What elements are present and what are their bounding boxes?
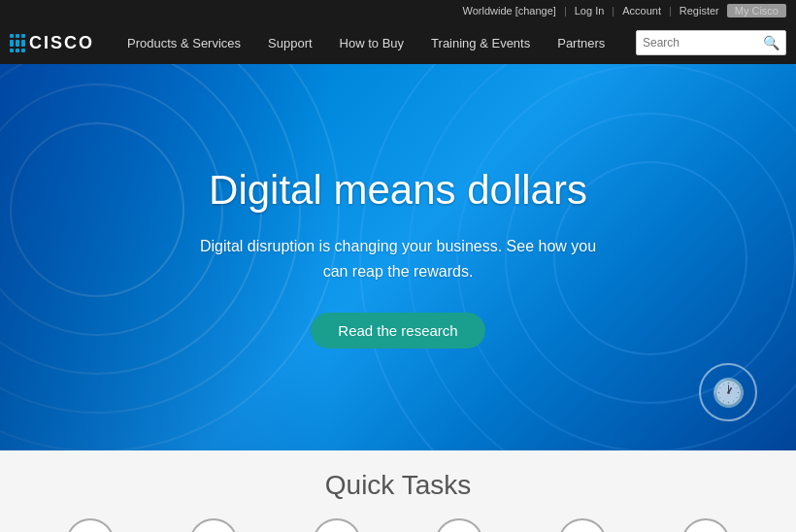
task-icon-chart: 📈 — [189, 518, 238, 532]
main-nav: CISCO Products & Services Support How to… — [0, 21, 796, 64]
nav-partners[interactable]: Partners — [544, 21, 618, 64]
hero-section: Digital means dollars Digital disruption… — [0, 64, 796, 450]
logo-bars-icon — [10, 34, 25, 52]
quick-task-1[interactable]: 📄 — [66, 518, 115, 532]
clock-icon: 🕐 — [699, 363, 757, 421]
separator-3: | — [669, 5, 672, 17]
hero-content: Digital means dollars Digital disruption… — [194, 166, 602, 349]
task-icon-download: ↓ — [435, 518, 483, 532]
quick-task-5[interactable]: 👤 — [558, 518, 607, 532]
nav-how-to-buy[interactable]: How to Buy — [326, 21, 417, 64]
worldwide-link[interactable]: Worldwide [change] — [462, 5, 555, 17]
separator-1: | — [564, 5, 567, 17]
task-icon-chat: 💬 — [681, 518, 730, 532]
quick-task-4[interactable]: ↓ — [435, 518, 483, 532]
task-icon-settings: ⚙️ — [313, 518, 361, 532]
read-research-button[interactable]: Read the research — [311, 313, 484, 349]
search-input[interactable] — [643, 36, 759, 50]
search-button[interactable]: 🔍 — [763, 35, 779, 50]
nav-products[interactable]: Products & Services — [114, 21, 254, 64]
register-link[interactable]: Register — [680, 5, 719, 17]
search-bar: 🔍 — [636, 30, 786, 55]
nav-training[interactable]: Training & Events — [417, 21, 544, 64]
my-cisco-button[interactable]: My Cisco — [727, 4, 786, 17]
quick-task-2[interactable]: 📈 — [189, 518, 238, 532]
separator-2: | — [612, 5, 614, 17]
nav-items: Products & Services Support How to Buy T… — [114, 21, 636, 64]
cisco-logo-text: CISCO — [29, 33, 94, 53]
hero-title: Digital means dollars — [194, 166, 602, 215]
task-icon-document: 📄 — [66, 518, 115, 532]
quick-tasks-section: Quick Tasks 📄 📈 ⚙️ ↓ 👤 💬 — [0, 450, 796, 532]
account-link[interactable]: Account — [622, 5, 661, 17]
utility-bar: Worldwide [change] | Log In | Account | … — [0, 0, 796, 21]
task-icon-user: 👤 — [558, 518, 607, 532]
nav-support[interactable]: Support — [254, 21, 326, 64]
login-link[interactable]: Log In — [575, 5, 605, 17]
cisco-logo[interactable]: CISCO — [10, 33, 94, 53]
hero-subtitle: Digital disruption is changing your busi… — [194, 234, 602, 283]
quick-task-3[interactable]: ⚙️ — [313, 518, 361, 532]
clock-symbol: 🕐 — [712, 377, 746, 409]
quick-tasks-icons: 📄 📈 ⚙️ ↓ 👤 💬 — [10, 518, 786, 532]
quick-task-6[interactable]: 💬 — [681, 518, 730, 532]
quick-tasks-title: Quick Tasks — [10, 470, 786, 501]
